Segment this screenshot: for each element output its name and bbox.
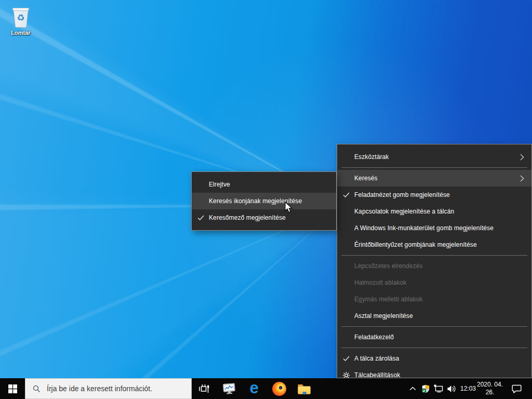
file-explorer-button[interactable]: [291, 378, 316, 399]
tray-overflow-button[interactable]: [406, 378, 419, 399]
menu-item-label: Kapcsolatok megjelenítése a tálcán: [354, 208, 454, 215]
edge-icon: e: [249, 380, 258, 396]
menu-item-feladatnezet-gomb-megjelenitese[interactable]: Feladatnézet gomb megjelenítése: [337, 187, 531, 203]
menu-item-kereses[interactable]: Keresés: [337, 170, 531, 187]
taskbar-clock[interactable]: 12:03 2020. 04. 26.: [460, 378, 504, 399]
menu-item-label: Eszköztárak: [354, 153, 389, 161]
menu-item-asztal-megjelenitese[interactable]: Asztal megjelenítése: [337, 308, 531, 324]
taskbar-search-box[interactable]: [25, 378, 192, 399]
action-center-icon: [512, 384, 522, 393]
menu-item-label: Feladatkezelő: [354, 334, 394, 341]
menu-separator: [341, 348, 527, 348]
windows-security-tray-button[interactable]: [419, 378, 432, 399]
menu-item-label: Halmozott ablakok: [354, 279, 406, 286]
system-tray: 12:03 2020. 04. 26.: [406, 378, 532, 399]
menu-item-label: A Windows Ink-munkaterület gomb megjelen…: [354, 224, 494, 232]
chevron-right-icon: [520, 175, 526, 182]
edge-button[interactable]: e: [242, 378, 267, 399]
volume-tray-button[interactable]: [445, 378, 458, 399]
firefox-button[interactable]: [267, 378, 291, 399]
menu-item-egymas-melletti-ablakok: Egymás melletti ablakok: [337, 291, 531, 308]
search-icon: [33, 385, 41, 393]
clock-date: 2020. 04. 26.: [476, 381, 504, 396]
taskbar-app-buttons: e: [192, 378, 316, 399]
taskbar-context-menu: EszköztárakKeresésFeladatnézet gomb megj…: [337, 144, 532, 378]
menu-item-label: Keresőmező megjelenítése: [209, 214, 286, 221]
task-view-icon: [198, 383, 210, 394]
menu-item-label: Asztal megjelenítése: [354, 312, 413, 320]
menu-item-label: Keresés ikonjának megjelenítése: [209, 197, 302, 205]
chevron-up-icon: [409, 387, 416, 391]
network-tray-button[interactable]: [432, 378, 445, 399]
menu-separator: [341, 326, 527, 327]
check-icon: [196, 215, 205, 221]
menu-item-a-windows-ink-munkaterulet-gomb-megjelenitese[interactable]: A Windows Ink-munkaterület gomb megjelen…: [337, 220, 531, 236]
check-icon: [341, 356, 351, 362]
action-center-button[interactable]: [506, 378, 527, 399]
menu-item-kapcsolatok-megjelenitese-a-talcan[interactable]: Kapcsolatok megjelenítése a tálcán: [337, 203, 531, 220]
menu-item-label: Feladatnézet gomb megjelenítése: [354, 191, 450, 198]
menu-item-kereses-ikonjanak-megjelenitese[interactable]: Keresés ikonjának megjelenítése: [192, 193, 336, 209]
defender-shield-icon: [421, 384, 430, 393]
search-submenu: ElrejtveKeresés ikonjának megjelenítéseK…: [191, 171, 337, 231]
menu-item-label: Egymás melletti ablakok: [354, 296, 423, 303]
task-manager-icon: [222, 382, 236, 395]
menu-item-feladatkezelo[interactable]: Feladatkezelő: [337, 329, 531, 345]
start-button[interactable]: [0, 378, 25, 399]
menu-item-talcabeallitasok[interactable]: Tálcabeállítások: [337, 367, 531, 378]
menu-item-erintobillentyuzet-gombjanak-megjelenitese[interactable]: Érintőbillentyűzet gombjának megjeleníté…: [337, 236, 531, 253]
desktop-icon-recycle-bin[interactable]: ♻ Lomtár: [6, 5, 35, 36]
menu-item-label: Keresés: [354, 175, 378, 182]
menu-item-keresomezo-megjelenitese[interactable]: Keresőmező megjelenítése: [192, 209, 336, 226]
recycle-bin-icon: ♻: [10, 5, 32, 29]
menu-item-label: Elrejtve: [209, 181, 230, 188]
clock-time: 12:03: [460, 385, 476, 393]
menu-item-halmozott-ablakok: Halmozott ablakok: [337, 274, 531, 291]
desktop: ♻ Lomtár EszköztárakKeresésFeladatnézet …: [0, 0, 532, 399]
menu-item-a-talca-zarolasa[interactable]: A tálca zárolása: [337, 350, 531, 367]
network-icon: [434, 384, 444, 393]
task-manager-button[interactable]: [217, 378, 242, 399]
search-input[interactable]: [46, 384, 191, 393]
desktop-icon-label: Lomtár: [6, 30, 35, 36]
menu-item-eszkoztarak[interactable]: Eszköztárak: [337, 149, 531, 165]
file-explorer-icon: [297, 383, 311, 395]
menu-item-label: A tálca zárolása: [354, 355, 399, 362]
gear-icon: [341, 371, 351, 379]
taskbar: e: [0, 378, 532, 399]
menu-item-label: Érintőbillentyűzet gombjának megjeleníté…: [354, 241, 477, 248]
menu-item-lepcsozetes-elrendezes: Lépcsőzetes elrendezés: [337, 258, 531, 274]
task-view-button[interactable]: [192, 378, 217, 399]
menu-separator: [341, 167, 527, 168]
chevron-right-icon: [520, 154, 526, 161]
check-icon: [341, 192, 351, 198]
menu-item-label: Lépcsőzetes elrendezés: [354, 262, 423, 270]
menu-item-label: Tálcabeállítások: [354, 371, 400, 378]
svg-text:♻: ♻: [17, 12, 24, 23]
menu-item-elrejtve[interactable]: Elrejtve: [192, 176, 336, 193]
volume-icon: [447, 385, 457, 393]
windows-logo-icon: [8, 384, 17, 393]
firefox-icon: [272, 382, 286, 396]
menu-separator: [341, 255, 527, 256]
